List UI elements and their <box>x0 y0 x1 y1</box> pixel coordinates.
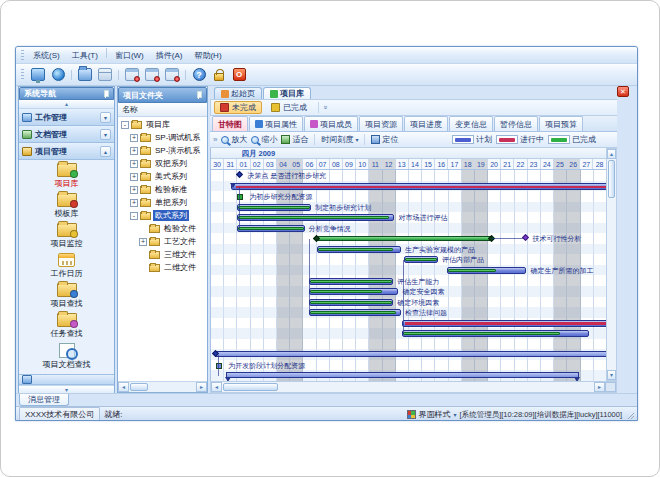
window-alert-button[interactable] <box>163 66 181 84</box>
time-scale-button[interactable]: 时间刻度▾ <box>321 134 358 145</box>
task-bar[interactable] <box>237 204 311 211</box>
monitor-button[interactable] <box>29 66 47 84</box>
window-badge-button[interactable] <box>143 66 161 84</box>
nav-group-文档管理[interactable]: 文档管理▾ <box>19 126 114 143</box>
zoom-in-button[interactable]: 放大 <box>221 134 247 145</box>
filter-已完成[interactable]: 已完成 <box>265 101 313 114</box>
tree-node-单把系列[interactable]: +单把系列 <box>118 196 207 209</box>
close-tab-button[interactable]: ✕ <box>617 86 629 97</box>
sidebar-item-工作日历[interactable]: 工作日历 <box>22 253 112 279</box>
tree-node-检验标准[interactable]: +检验标准 <box>118 183 207 196</box>
task-bar[interactable] <box>309 288 399 295</box>
lock-button[interactable] <box>210 66 228 84</box>
task-bar[interactable] <box>237 225 304 232</box>
task-bar[interactable] <box>309 299 393 306</box>
tree-node-双把系列[interactable]: +双把系列 <box>118 157 207 170</box>
zoom-out-button[interactable]: 缩小 <box>251 134 277 145</box>
filter-未完成[interactable]: 未完成 <box>214 101 262 114</box>
menu-item[interactable]: 工具(T) <box>66 48 104 63</box>
summary-bar-plan[interactable] <box>231 183 606 190</box>
scroll-right-icon[interactable]: ▸ <box>594 382 605 392</box>
task-bar[interactable] <box>447 267 526 274</box>
interface-style-button[interactable]: 界面样式 <box>419 409 451 420</box>
expand-icon[interactable]: + <box>130 199 138 207</box>
menu-item[interactable]: 窗口(W) <box>109 48 150 63</box>
tab-起始页[interactable]: 起始页 <box>214 87 262 99</box>
chevron-double-down-icon[interactable]: » <box>322 106 329 110</box>
scroll-up-icon[interactable]: ▴ <box>607 149 616 159</box>
summary-bracket-bar[interactable] <box>226 372 580 378</box>
expand-icon[interactable]: + <box>130 160 138 168</box>
view-tab-项目属性[interactable]: 项目属性 <box>249 116 303 131</box>
nav-group-partial[interactable] <box>19 374 114 385</box>
tree-node-二维文件[interactable]: 二维文件 <box>118 261 207 274</box>
sidebar-item-项目库[interactable]: 项目库 <box>22 163 112 189</box>
expand-icon[interactable]: + <box>130 173 138 181</box>
tree-node-项目库[interactable]: -项目库 <box>118 118 207 131</box>
task-bar[interactable] <box>309 309 401 316</box>
nav-group-项目管理[interactable]: 项目管理▴ <box>19 143 114 160</box>
scroll-left-icon[interactable]: ◂ <box>118 382 129 392</box>
help-button[interactable]: ? <box>190 66 208 84</box>
folder-button[interactable] <box>76 66 94 84</box>
pin-icon[interactable] <box>101 90 109 98</box>
fit-button[interactable]: 适合 <box>281 134 308 145</box>
nav-scroll-up-button[interactable]: ▴ <box>19 100 114 109</box>
globe-button[interactable] <box>49 66 67 84</box>
scroll-thumb[interactable] <box>130 383 148 391</box>
tree-node-工艺文件[interactable]: +工艺文件 <box>118 235 207 248</box>
gantt-plot[interactable]: 决策点 是否进行初步研究为初步研究分配资源制定初步研究计划对市场进行评估分析竞争… <box>211 170 606 381</box>
view-tab-甘特图[interactable]: 甘特图 <box>212 116 248 131</box>
view-tab-暂停信息[interactable]: 暂停信息 <box>494 116 538 131</box>
view-tab-变更信息[interactable]: 变更信息 <box>449 116 493 131</box>
expand-icon[interactable]: + <box>130 147 138 155</box>
gantt-vscrollbar[interactable]: ▴ ▾ <box>606 148 617 381</box>
tree-node-美式系列[interactable]: +美式系列 <box>118 170 207 183</box>
scroll-left-icon[interactable]: ◂ <box>211 382 222 392</box>
mail-badge-button[interactable] <box>123 66 141 84</box>
summary-bar-done[interactable] <box>317 236 493 241</box>
menu-item[interactable]: 帮助(H) <box>188 48 227 63</box>
scroll-thumb[interactable] <box>223 383 278 391</box>
task-bar[interactable] <box>237 214 394 221</box>
scroll-thumb[interactable] <box>608 160 615 198</box>
tree-node-欧式系列[interactable]: -欧式系列 <box>118 209 207 222</box>
scroll-down-icon[interactable]: ▾ <box>607 370 616 380</box>
message-management-tab[interactable]: 消息管理 <box>19 394 69 406</box>
view-tab-项目成员[interactable]: 项目成员 <box>304 116 358 131</box>
task-bar[interactable] <box>404 256 438 263</box>
tree-column-header[interactable]: 名称 <box>118 103 207 117</box>
scroll-right-icon[interactable]: ▸ <box>196 382 207 392</box>
locate-button[interactable]: 定位 <box>371 134 398 145</box>
layout-button[interactable] <box>96 66 114 84</box>
task-bar[interactable] <box>317 246 401 253</box>
sidebar-item-模板库[interactable]: 模板库 <box>22 193 112 219</box>
expand-icon[interactable]: + <box>139 238 147 246</box>
sidebar-item-项目监控[interactable]: 项目监控 <box>22 223 112 249</box>
view-tab-项目进度[interactable]: 项目进度 <box>404 116 448 131</box>
tree-node-检验文件[interactable]: 检验文件 <box>118 222 207 235</box>
view-tab-项目资源[interactable]: 项目资源 <box>359 116 403 131</box>
sidebar-item-任务查找[interactable]: 任务查找 <box>22 313 112 339</box>
view-tab-项目预算[interactable]: 项目预算 <box>539 116 583 131</box>
tree-node-SP-调试机系[interactable]: +SP-调试机系 <box>118 131 207 144</box>
sidebar-item-项目查找[interactable]: 项目查找 <box>22 283 112 309</box>
collapse-icon[interactable]: - <box>130 212 138 220</box>
collapse-icon[interactable]: - <box>121 121 129 129</box>
gantt-hscrollbar[interactable]: ◂ ▸ <box>210 381 617 393</box>
pin-icon[interactable] <box>194 91 202 99</box>
menu-item[interactable]: 系统(S) <box>27 48 66 63</box>
menu-item[interactable]: 插件(A) <box>150 48 189 63</box>
chevron-down-icon[interactable]: ▾ <box>100 129 111 140</box>
power-button[interactable]: O <box>230 66 248 84</box>
tab-项目库[interactable]: 项目库 <box>263 87 311 99</box>
expand-icon[interactable]: + <box>130 134 138 142</box>
summary-bar-progress[interactable] <box>402 320 606 327</box>
summary-bracket-bar[interactable] <box>215 351 606 357</box>
tree-hscrollbar[interactable]: ◂ ▸ <box>118 381 207 392</box>
nav-group-工作管理[interactable]: 工作管理▾ <box>19 109 114 126</box>
chevron-down-icon[interactable]: ▾ <box>100 112 111 123</box>
task-bar[interactable] <box>309 278 393 285</box>
sidebar-item-项目文档查找[interactable]: 项目文档查找 <box>22 343 112 370</box>
task-bar[interactable] <box>402 330 588 337</box>
